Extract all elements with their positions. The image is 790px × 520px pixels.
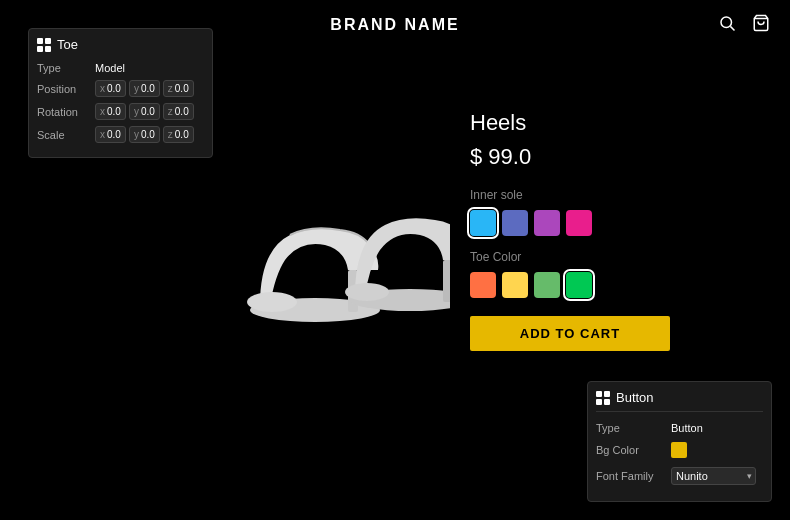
rotation-z[interactable]: z 0.0 [163,103,194,120]
inner-sole-swatch-1[interactable] [502,210,528,236]
svg-point-8 [345,283,389,301]
panel-title: Toe [57,37,78,52]
inner-sole-swatch-3[interactable] [566,210,592,236]
bottom-panel-title: Button [616,390,654,405]
svg-point-5 [247,292,297,312]
svg-line-1 [730,26,734,30]
position-y[interactable]: y 0.0 [129,80,160,97]
bg-color-label: Bg Color [596,444,671,456]
cart-icon[interactable] [752,14,770,36]
scale-label: Scale [37,129,95,141]
toe-swatch-3[interactable] [566,272,592,298]
bottom-panel: Button Type Button Bg Color Font Family … [587,381,772,502]
rotation-row: Rotation x 0.0 y 0.0 z 0.0 [37,103,204,120]
svg-rect-7 [443,260,450,302]
product-name: Heels [470,110,790,136]
shoe-display [220,50,460,330]
position-row: Position x 0.0 y 0.0 z 0.0 [37,80,204,97]
button-type-value: Button [671,422,703,434]
scale-x[interactable]: x 0.0 [95,126,126,143]
panel-header: Toe [37,37,204,52]
rotation-x[interactable]: x 0.0 [95,103,126,120]
left-panel: Toe Type Model Position x 0.0 y 0.0 z 0.… [28,28,213,158]
shoe-image [230,130,450,330]
type-value: Model [95,62,125,74]
inner-sole-swatch-0[interactable] [470,210,496,236]
bg-color-swatch[interactable] [671,442,687,458]
inner-sole-swatch-2[interactable] [534,210,560,236]
position-x[interactable]: x 0.0 [95,80,126,97]
inner-sole-swatches [470,210,790,236]
font-family-label: Font Family [596,470,671,482]
position-label: Position [37,83,95,95]
button-type-label: Type [596,422,671,434]
rotation-coords: x 0.0 y 0.0 z 0.0 [95,103,194,120]
add-to-cart-button[interactable]: ADD TO CART [470,316,670,351]
grid-icon [37,38,51,52]
toe-color-label: Toe Color [470,250,790,264]
svg-point-0 [721,17,732,28]
toe-swatch-2[interactable] [534,272,560,298]
toe-color-swatches [470,272,790,298]
inner-sole-label: Inner sole [470,188,790,202]
rotation-y[interactable]: y 0.0 [129,103,160,120]
scale-y[interactable]: y 0.0 [129,126,160,143]
toe-swatch-1[interactable] [502,272,528,298]
product-info: Heels $ 99.0 Inner sole Toe Color ADD TO… [460,50,790,351]
bottom-panel-header: Button [596,390,763,412]
position-z[interactable]: z 0.0 [163,80,194,97]
type-label: Type [37,62,95,74]
scale-coords: x 0.0 y 0.0 z 0.0 [95,126,194,143]
type-row: Type Model [37,62,204,74]
button-type-row: Type Button [596,422,763,434]
font-family-row: Font Family Nunito Arial Roboto Open San… [596,466,763,485]
toe-swatch-0[interactable] [470,272,496,298]
product-price: $ 99.0 [470,144,790,170]
scale-row: Scale x 0.0 y 0.0 z 0.0 [37,126,204,143]
font-family-select[interactable]: Nunito Arial Roboto Open Sans [671,467,756,485]
brand-name: BRAND NAME [330,16,459,34]
bg-color-row: Bg Color [596,442,763,458]
font-family-select-wrapper: Nunito Arial Roboto Open Sans [671,466,756,485]
scale-z[interactable]: z 0.0 [163,126,194,143]
position-coords: x 0.0 y 0.0 z 0.0 [95,80,194,97]
nav-icons [718,14,770,36]
search-icon[interactable] [718,14,736,36]
rotation-label: Rotation [37,106,95,118]
bottom-grid-icon [596,391,610,405]
